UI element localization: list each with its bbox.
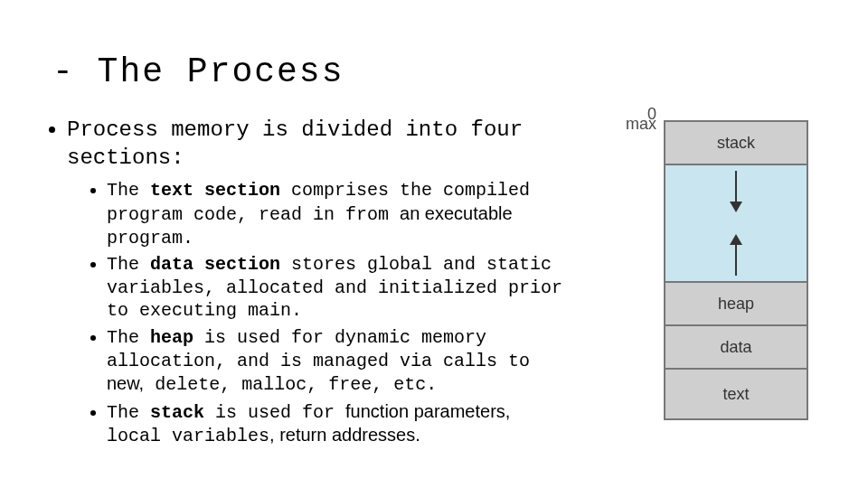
arrow-up-icon: [735, 236, 737, 276]
slide-title: - The Process: [52, 52, 823, 91]
b4-mid: local variables: [107, 426, 269, 446]
b1-bold: text section: [150, 180, 280, 201]
slide-body: Process memory is divided into four sect…: [36, 117, 823, 454]
segment-gap: [665, 165, 807, 283]
bullet-stack: The stack is used for function parameter…: [107, 400, 570, 448]
axis-label-zero: 0: [647, 105, 656, 124]
b3-tail: delete, malloc, free, etc.: [144, 374, 437, 395]
b2-bold: data section: [150, 254, 280, 275]
memory-diagram: max 0 stack heap data text: [579, 117, 823, 120]
bullet-text-section: The text section comprises the compiled …: [107, 179, 570, 249]
segment-heap: heap: [665, 283, 807, 326]
b1-sans: an executable: [400, 203, 513, 223]
intro-text: Process memory is divided into four sect…: [67, 117, 523, 170]
b4-pre: The: [107, 402, 150, 423]
b4-sans1: function parameters,: [345, 401, 510, 421]
b1-pre: The: [107, 180, 150, 201]
b3-bold: heap: [150, 327, 193, 348]
slide: - The Process Process memory is divided …: [0, 0, 868, 488]
segment-stack: stack: [665, 122, 807, 165]
segment-data: data: [665, 326, 807, 370]
b1-tail: program.: [107, 228, 193, 249]
b4-bold: stack: [150, 402, 204, 423]
b3-pre: The: [107, 327, 150, 348]
memory-box: stack heap data text: [664, 120, 808, 420]
b4-sans2: , return addresses.: [269, 425, 420, 445]
b4-post: is used for: [204, 402, 345, 423]
text-column: Process memory is divided into four sect…: [36, 117, 579, 454]
bullet-data-section: The data section stores global and stati…: [107, 253, 570, 323]
b3-sans: new,: [107, 373, 144, 393]
b2-pre: The: [107, 254, 150, 275]
list-level2: The text section comprises the compiled …: [67, 179, 570, 448]
intro-bullet: Process memory is divided into four sect…: [67, 117, 570, 448]
list-level1: Process memory is divided into four sect…: [36, 117, 570, 448]
arrow-down-icon: [735, 171, 737, 211]
bullet-heap: The heap is used for dynamic memory allo…: [107, 326, 570, 397]
segment-text: text: [665, 370, 807, 418]
